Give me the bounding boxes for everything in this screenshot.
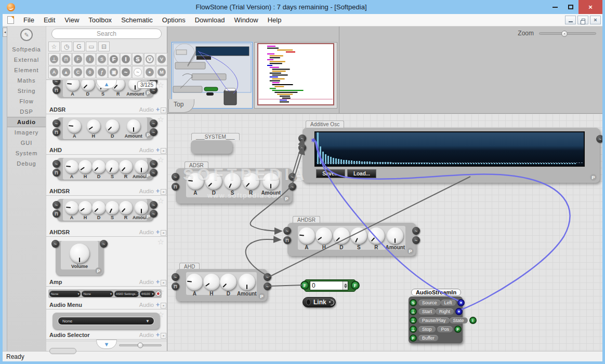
harmonics-display[interactable] <box>314 131 585 167</box>
add-component-icon[interactable]: + <box>156 278 160 286</box>
float-array-icon[interactable]: F <box>108 53 120 65</box>
navigator-thumbnail-schematic[interactable] <box>172 42 253 109</box>
volume-knob[interactable] <box>70 244 89 263</box>
pos-output-icon[interactable]: F <box>454 326 462 333</box>
d-knob[interactable] <box>106 119 119 133</box>
float-value-box[interactable]: F 0 F <box>304 279 356 292</box>
remove-item-icon[interactable]: × <box>161 280 166 286</box>
mdi-restore-button[interactable] <box>577 16 588 24</box>
link-button[interactable]: Link <box>302 297 336 307</box>
sidebar-item-softpedia[interactable]: Softpedia <box>7 44 46 55</box>
schematic-tab-top[interactable]: Top <box>168 99 194 113</box>
sidebar-item-dsp[interactable]: DSP <box>7 106 46 117</box>
preview-size-slider[interactable] <box>119 344 162 346</box>
right-output-icon[interactable] <box>455 308 463 315</box>
string-array-icon[interactable]: S <box>132 53 143 65</box>
wave-input-icon[interactable]: ~ <box>283 227 291 235</box>
ahd-module[interactable]: ~ ⊓ ~ ~ AHDAmount P <box>176 269 267 301</box>
audiostreamin-title[interactable]: AudioStreamIn <box>411 289 461 296</box>
wave-output-icon[interactable]: ~ <box>412 227 420 235</box>
pulse-input-icon[interactable]: ⊓ <box>283 236 291 244</box>
start-input-icon[interactable]: ⊥ <box>410 308 417 315</box>
wave-output-icon[interactable]: ~ <box>264 273 271 281</box>
favourite-star-icon[interactable]: ☆ <box>157 196 164 206</box>
menu-schematic[interactable]: Schematic <box>116 15 157 25</box>
wave-output-icon[interactable]: ~ <box>288 183 296 191</box>
wave-output-icon[interactable]: ~ <box>264 282 271 290</box>
wave-input-icon[interactable]: ~ <box>298 144 306 152</box>
menu-edit[interactable]: Edit <box>39 15 60 25</box>
a-knob[interactable] <box>66 80 80 91</box>
properties-badge[interactable]: P <box>258 293 265 300</box>
remove-item-icon[interactable]: × <box>161 303 166 308</box>
system-module-title[interactable]: ___SYSTEM___ <box>191 133 240 140</box>
minimize-button[interactable] <box>547 2 563 12</box>
pulse-icon[interactable]: ⊓ <box>60 53 72 65</box>
left-output-icon[interactable] <box>457 299 465 306</box>
frame-icon[interactable]: ▣ <box>108 66 120 78</box>
component-item-ahd[interactable]: ☆~⊓~~AHDAmountPAHDAudio+× <box>46 114 167 155</box>
s-knob[interactable] <box>224 173 241 190</box>
buffer-input-icon[interactable]: F <box>410 334 417 342</box>
sidebar-collapse-button[interactable]: ◂ <box>3 28 7 37</box>
sidebar-item-flow[interactable]: Flow <box>7 96 46 106</box>
search-input[interactable] <box>51 29 162 39</box>
r-knob[interactable] <box>243 173 259 190</box>
float-icon[interactable]: F <box>72 53 84 65</box>
favourites-icon[interactable]: ☆ <box>48 42 60 51</box>
favourite-star-icon[interactable]: ☆ <box>157 115 164 124</box>
menu-download[interactable]: Download <box>190 15 230 25</box>
bullet-icon[interactable]: ● <box>144 66 155 78</box>
mdi-minimize-button[interactable] <box>565 16 576 24</box>
int-array-icon[interactable]: I <box>120 53 131 65</box>
wave-icon[interactable]: ~ <box>120 66 131 78</box>
save-button[interactable]: Save... <box>316 169 345 178</box>
link-toggle-icon[interactable] <box>306 299 311 305</box>
ahdsr-module[interactable]: ~ ⊓ ~ ~ AHDSRAmount P <box>287 223 416 256</box>
view-icon[interactable]: V <box>144 53 155 65</box>
wave-output-icon[interactable]: ~ <box>412 236 420 244</box>
module-icon[interactable]: ▭ <box>86 42 97 51</box>
sidebar-item-gui[interactable]: GUI <box>7 138 46 148</box>
remove-item-icon[interactable]: × <box>161 230 166 236</box>
menu-help[interactable]: Help <box>263 15 286 25</box>
favourite-star-icon[interactable]: ☆ <box>157 237 164 247</box>
favourite-star-icon[interactable]: ☆ <box>157 155 164 165</box>
ahdsr-module-title[interactable]: AHDSR <box>293 216 320 223</box>
mdi-close-button[interactable]: × <box>590 16 601 24</box>
component-item-audio-menu[interactable]: ☆None▾None▾ASIO Settings...▾44100▾Audio … <box>46 287 167 309</box>
sidebar-item-element[interactable]: Element <box>7 65 46 75</box>
navigator-thumbnail-code[interactable] <box>254 42 337 109</box>
audiostreamin-module[interactable]: SSourceLeft⊥StartRight⊥Pause/PlayStateI⊥… <box>409 296 463 343</box>
a-knob[interactable] <box>68 119 81 133</box>
int-icon[interactable]: I <box>84 53 96 65</box>
float-output-icon[interactable]: F <box>351 281 360 290</box>
a-knob[interactable] <box>186 274 203 290</box>
sidebar-item-debug[interactable]: Debug <box>7 158 46 169</box>
float-value[interactable]: 0 <box>312 282 315 289</box>
function-icon[interactable]: ƒ <box>96 66 108 78</box>
remove-item-icon[interactable]: × <box>161 333 166 339</box>
add-component-icon[interactable]: + <box>156 146 160 154</box>
scroll-down-button[interactable]: ▼ <box>96 340 117 349</box>
view-alt-icon[interactable]: V <box>156 53 167 65</box>
midi-icon[interactable]: M <box>156 66 167 78</box>
d-knob[interactable] <box>205 173 222 190</box>
load-button[interactable]: Load... <box>347 169 376 178</box>
area-icon[interactable]: A <box>48 66 60 78</box>
sidebar-item-system[interactable]: System <box>7 148 46 158</box>
additive-osc-module[interactable]: ~ ~ ~ ✱ Save... Load... P <box>302 128 600 183</box>
d-knob[interactable] <box>333 227 350 244</box>
wave-output-icon[interactable]: ~ <box>596 135 602 143</box>
component-item-ahdsr[interactable]: ☆~⊓~~AHDSRAmountPAHDSRAudio+× <box>46 155 167 196</box>
amount-knob[interactable] <box>262 173 279 190</box>
add-component-icon[interactable]: + <box>156 331 160 339</box>
colour-icon[interactable]: C <box>72 66 84 78</box>
window-icon[interactable]: ⊟ <box>98 42 110 51</box>
a-knob[interactable] <box>298 227 315 244</box>
r-knob[interactable] <box>368 227 385 244</box>
component-item-audio-selector[interactable]: ☆None▼Audio SelectorAudio+× <box>46 309 167 340</box>
sidebar-item-string[interactable]: String <box>7 86 46 96</box>
adsr-module[interactable]: ~ ⊓ ~ ~ ADSRAmount P <box>176 168 292 204</box>
amount-knob[interactable] <box>135 201 148 214</box>
